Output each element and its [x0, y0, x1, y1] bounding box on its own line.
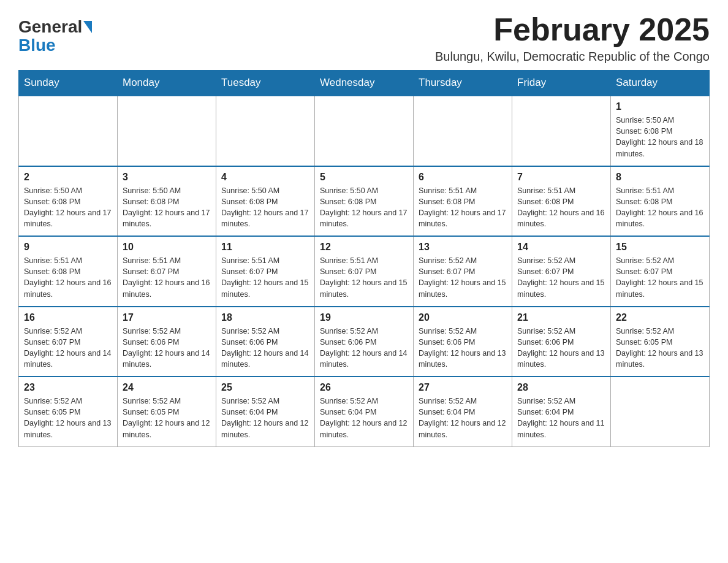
calendar-week-row: 9Sunrise: 5:51 AMSunset: 6:08 PMDaylight… — [19, 236, 710, 307]
day-sun-info: Sunrise: 5:50 AMSunset: 6:08 PMDaylight:… — [123, 185, 211, 230]
calendar-day-cell: 6Sunrise: 5:51 AMSunset: 6:08 PMDaylight… — [414, 166, 512, 237]
day-sun-info: Sunrise: 5:51 AMSunset: 6:07 PMDaylight:… — [123, 255, 211, 300]
day-number: 10 — [123, 242, 211, 253]
calendar-day-cell — [216, 96, 315, 166]
calendar-day-cell: 11Sunrise: 5:51 AMSunset: 6:07 PMDayligh… — [216, 236, 315, 307]
day-number: 27 — [419, 382, 507, 393]
calendar-week-row: 2Sunrise: 5:50 AMSunset: 6:08 PMDaylight… — [19, 166, 710, 237]
calendar-day-cell — [414, 96, 512, 166]
logo-arrow-icon — [83, 21, 92, 33]
day-number: 13 — [419, 242, 507, 253]
day-sun-info: Sunrise: 5:50 AMSunset: 6:08 PMDaylight:… — [320, 185, 408, 230]
day-sun-info: Sunrise: 5:52 AMSunset: 6:06 PMDaylight:… — [517, 326, 605, 370]
weekday-header-friday: Friday — [512, 71, 611, 96]
calendar-day-cell: 12Sunrise: 5:51 AMSunset: 6:07 PMDayligh… — [315, 236, 414, 307]
day-number: 19 — [320, 312, 408, 323]
day-number: 11 — [221, 242, 309, 253]
day-number: 22 — [616, 312, 704, 323]
calendar-day-cell: 3Sunrise: 5:50 AMSunset: 6:08 PMDaylight… — [118, 166, 216, 237]
day-number: 1 — [616, 101, 704, 112]
calendar-table: SundayMondayTuesdayWednesdayThursdayFrid… — [18, 70, 710, 447]
day-sun-info: Sunrise: 5:52 AMSunset: 6:06 PMDaylight:… — [123, 326, 211, 370]
calendar-day-cell: 16Sunrise: 5:52 AMSunset: 6:07 PMDayligh… — [19, 307, 118, 377]
page-header: General Blue February 2025 Bulungu, Kwil… — [18, 12, 710, 64]
calendar-day-cell — [512, 96, 611, 166]
day-number: 5 — [320, 172, 408, 183]
day-sun-info: Sunrise: 5:51 AMSunset: 6:07 PMDaylight:… — [320, 255, 408, 300]
day-sun-info: Sunrise: 5:51 AMSunset: 6:08 PMDaylight:… — [517, 185, 605, 230]
weekday-header-thursday: Thursday — [414, 71, 512, 96]
calendar-day-cell: 18Sunrise: 5:52 AMSunset: 6:06 PMDayligh… — [216, 307, 315, 377]
day-number: 26 — [320, 382, 408, 393]
calendar-day-cell: 19Sunrise: 5:52 AMSunset: 6:06 PMDayligh… — [315, 307, 414, 377]
weekday-header-tuesday: Tuesday — [216, 71, 315, 96]
day-number: 12 — [320, 242, 408, 253]
calendar-day-cell: 15Sunrise: 5:52 AMSunset: 6:07 PMDayligh… — [611, 236, 710, 307]
calendar-day-cell: 26Sunrise: 5:52 AMSunset: 6:04 PMDayligh… — [315, 377, 414, 446]
calendar-day-cell: 28Sunrise: 5:52 AMSunset: 6:04 PMDayligh… — [512, 377, 611, 446]
day-number: 25 — [221, 382, 309, 393]
day-number: 2 — [24, 172, 112, 183]
day-sun-info: Sunrise: 5:50 AMSunset: 6:08 PMDaylight:… — [616, 115, 704, 159]
calendar-day-cell: 1Sunrise: 5:50 AMSunset: 6:08 PMDaylight… — [611, 96, 710, 166]
calendar-day-cell: 9Sunrise: 5:51 AMSunset: 6:08 PMDaylight… — [19, 236, 118, 307]
day-number: 20 — [419, 312, 507, 323]
calendar-day-cell: 4Sunrise: 5:50 AMSunset: 6:08 PMDaylight… — [216, 166, 315, 237]
calendar-day-cell: 13Sunrise: 5:52 AMSunset: 6:07 PMDayligh… — [414, 236, 512, 307]
weekday-header-row: SundayMondayTuesdayWednesdayThursdayFrid… — [19, 71, 710, 96]
calendar-day-cell: 5Sunrise: 5:50 AMSunset: 6:08 PMDaylight… — [315, 166, 414, 237]
day-number: 21 — [517, 312, 605, 323]
day-sun-info: Sunrise: 5:52 AMSunset: 6:06 PMDaylight:… — [320, 326, 408, 370]
calendar-day-cell: 8Sunrise: 5:51 AMSunset: 6:08 PMDaylight… — [611, 166, 710, 237]
day-sun-info: Sunrise: 5:52 AMSunset: 6:07 PMDaylight:… — [616, 255, 704, 300]
day-number: 6 — [419, 172, 507, 183]
day-sun-info: Sunrise: 5:52 AMSunset: 6:06 PMDaylight:… — [221, 326, 309, 370]
calendar-day-cell: 14Sunrise: 5:52 AMSunset: 6:07 PMDayligh… — [512, 236, 611, 307]
calendar-week-row: 1Sunrise: 5:50 AMSunset: 6:08 PMDaylight… — [19, 96, 710, 166]
logo-general-text: General — [18, 18, 82, 36]
day-number: 28 — [517, 382, 605, 393]
location-subtitle: Bulungu, Kwilu, Democratic Republic of t… — [435, 50, 710, 64]
day-sun-info: Sunrise: 5:52 AMSunset: 6:07 PMDaylight:… — [24, 326, 112, 370]
calendar-day-cell: 7Sunrise: 5:51 AMSunset: 6:08 PMDaylight… — [512, 166, 611, 237]
calendar-day-cell: 22Sunrise: 5:52 AMSunset: 6:05 PMDayligh… — [611, 307, 710, 377]
day-sun-info: Sunrise: 5:50 AMSunset: 6:08 PMDaylight:… — [24, 185, 112, 230]
day-number: 9 — [24, 242, 112, 253]
calendar-day-cell — [19, 96, 118, 166]
calendar-day-cell — [118, 96, 216, 166]
calendar-day-cell: 21Sunrise: 5:52 AMSunset: 6:06 PMDayligh… — [512, 307, 611, 377]
day-number: 17 — [123, 312, 211, 323]
day-sun-info: Sunrise: 5:51 AMSunset: 6:08 PMDaylight:… — [616, 185, 704, 230]
weekday-header-monday: Monday — [118, 71, 216, 96]
day-sun-info: Sunrise: 5:51 AMSunset: 6:07 PMDaylight:… — [221, 255, 309, 300]
title-area: February 2025 Bulungu, Kwilu, Democratic… — [435, 12, 710, 64]
day-number: 4 — [221, 172, 309, 183]
calendar-week-row: 23Sunrise: 5:52 AMSunset: 6:05 PMDayligh… — [19, 377, 710, 446]
day-number: 23 — [24, 382, 112, 393]
day-sun-info: Sunrise: 5:52 AMSunset: 6:04 PMDaylight:… — [517, 396, 605, 440]
logo: General Blue — [18, 12, 92, 55]
day-sun-info: Sunrise: 5:52 AMSunset: 6:07 PMDaylight:… — [517, 255, 605, 300]
day-number: 16 — [24, 312, 112, 323]
day-sun-info: Sunrise: 5:52 AMSunset: 6:06 PMDaylight:… — [419, 326, 507, 370]
day-number: 14 — [517, 242, 605, 253]
day-number: 15 — [616, 242, 704, 253]
day-sun-info: Sunrise: 5:52 AMSunset: 6:04 PMDaylight:… — [320, 396, 408, 440]
day-sun-info: Sunrise: 5:52 AMSunset: 6:07 PMDaylight:… — [419, 255, 507, 300]
day-sun-info: Sunrise: 5:51 AMSunset: 6:08 PMDaylight:… — [419, 185, 507, 230]
weekday-header-saturday: Saturday — [611, 71, 710, 96]
calendar-day-cell: 23Sunrise: 5:52 AMSunset: 6:05 PMDayligh… — [19, 377, 118, 446]
day-number: 3 — [123, 172, 211, 183]
month-year-title: February 2025 — [435, 12, 710, 47]
logo-blue-text: Blue — [18, 36, 56, 55]
day-number: 8 — [616, 172, 704, 183]
calendar-day-cell: 20Sunrise: 5:52 AMSunset: 6:06 PMDayligh… — [414, 307, 512, 377]
day-number: 24 — [123, 382, 211, 393]
calendar-day-cell: 27Sunrise: 5:52 AMSunset: 6:04 PMDayligh… — [414, 377, 512, 446]
calendar-day-cell — [315, 96, 414, 166]
calendar-day-cell: 17Sunrise: 5:52 AMSunset: 6:06 PMDayligh… — [118, 307, 216, 377]
day-sun-info: Sunrise: 5:52 AMSunset: 6:05 PMDaylight:… — [616, 326, 704, 370]
calendar-day-cell — [611, 377, 710, 446]
day-number: 7 — [517, 172, 605, 183]
day-sun-info: Sunrise: 5:52 AMSunset: 6:04 PMDaylight:… — [419, 396, 507, 440]
